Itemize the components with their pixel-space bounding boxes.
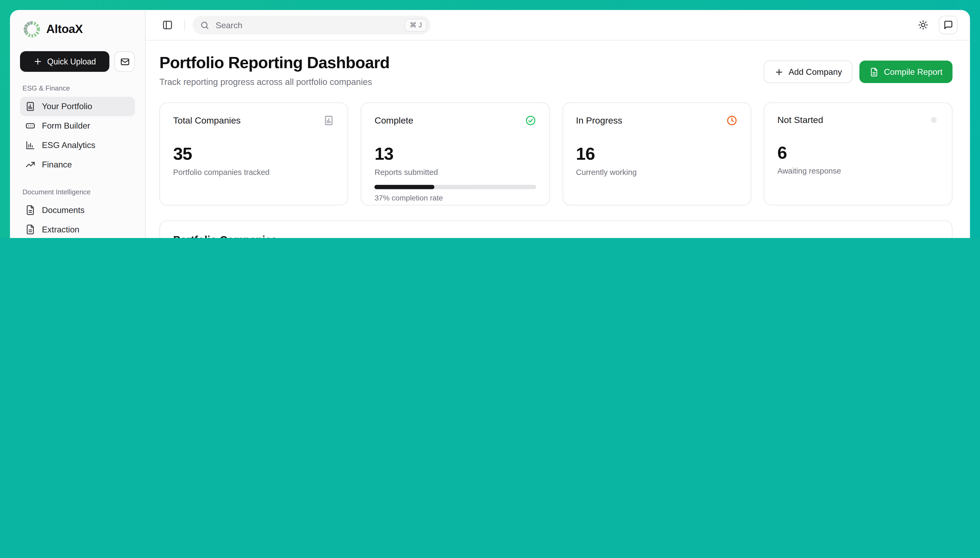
sidebar-item-finance[interactable]: Finance (20, 155, 135, 174)
stat-value: 13 (375, 144, 536, 164)
stat-title: Not Started (777, 115, 823, 125)
quick-upload-button[interactable]: Quick Upload (20, 51, 109, 72)
completion-progress-bar (375, 185, 536, 189)
mail-icon (120, 56, 130, 67)
add-company-button[interactable]: Add Company (764, 61, 853, 83)
divider (184, 20, 185, 31)
sidebar-item-your-portfolio[interactable]: Your Portfolio (20, 97, 135, 117)
trending-up-icon (25, 159, 36, 170)
sidebar-item-documents[interactable]: Documents (20, 200, 135, 220)
search-icon (200, 20, 209, 30)
sidebar-toggle-button[interactable] (158, 16, 177, 34)
stat-subtitle: Awaiting response (777, 167, 939, 176)
theme-toggle-button[interactable] (914, 16, 932, 34)
stat-title: Complete (375, 115, 413, 126)
sidebar-nav: ESG & Finance Your Portfolio Form Builde… (20, 84, 135, 238)
nav-group: Document Intelligence Documents Extracti… (20, 188, 135, 238)
stat-subtitle: Currently working (576, 168, 738, 177)
sidebar-item-esg-analytics[interactable]: ESG Analytics (20, 136, 135, 155)
brand: AltoaX (20, 19, 135, 40)
sidebar-item-extraction[interactable]: Extraction (20, 220, 135, 238)
app-window: AltoaX Quick Upload ESG & Finance Your P… (10, 10, 970, 238)
nav-item-label: Extraction (42, 225, 79, 234)
search-shortcut-badge: ⌘ J (405, 18, 427, 31)
stat-value: 35 (173, 144, 335, 164)
stats-row: Total Companies 35 Portfolio companies t… (159, 102, 952, 205)
plus-icon (774, 67, 783, 76)
add-company-label: Add Company (789, 67, 842, 76)
stat-card-complete: Complete 13 Reports submitted 37% comple… (361, 102, 550, 205)
sidebar-mail-button[interactable] (114, 51, 135, 72)
nav-group-label: ESG & Finance (20, 84, 135, 92)
nav-item-label: Finance (42, 160, 72, 169)
sidebar-item-form-builder[interactable]: Form Builder (20, 116, 135, 136)
nav-group: ESG & Finance Your Portfolio Form Builde… (20, 84, 135, 174)
quick-upload-label: Quick Upload (47, 57, 96, 66)
message-square-icon (943, 20, 954, 30)
altoax-logo-icon (22, 20, 41, 39)
file-text-icon (870, 67, 879, 76)
building-icon (323, 115, 334, 126)
page-subtitle: Track reporting progress across all port… (159, 77, 390, 87)
stat-subtitle: Reports submitted (375, 168, 536, 177)
file-text-icon (25, 224, 36, 235)
chart-column-icon (25, 140, 36, 150)
nav-item-label: ESG Analytics (42, 141, 96, 150)
clock-icon (726, 115, 737, 126)
content: Portfolio Reporting Dashboard Track repo… (146, 41, 970, 238)
stat-title: In Progress (576, 115, 623, 126)
topbar: ⌘ J (146, 10, 970, 41)
sun-icon (917, 20, 929, 31)
nav-item-label: Documents (42, 205, 84, 215)
file-text-icon (25, 205, 36, 215)
stat-card-total-companies: Total Companies 35 Portfolio companies t… (159, 102, 348, 205)
search-input[interactable] (214, 20, 400, 30)
portfolio-companies-card: Portfolio Companies Manage reporting sub… (159, 220, 952, 238)
stat-card-not-started: Not Started 6 Awaiting response (764, 102, 952, 205)
sidebar: AltoaX Quick Upload ESG & Finance Your P… (10, 10, 146, 238)
nav-group-label: Document Intelligence (20, 188, 135, 195)
stat-subtitle: Portfolio companies tracked (173, 168, 335, 177)
compile-report-button[interactable]: Compile Report (860, 61, 952, 83)
form-input-icon (25, 121, 36, 131)
stat-value: 6 (777, 143, 939, 163)
dot-icon (929, 115, 939, 125)
check-circle-icon (525, 115, 536, 126)
plus-icon (33, 57, 43, 66)
nav-item-label: Your Portfolio (42, 102, 92, 111)
panel-left-icon (162, 20, 173, 31)
nav-item-label: Form Builder (42, 121, 90, 130)
stat-value: 16 (576, 144, 738, 164)
chat-button[interactable] (939, 16, 957, 34)
completion-rate-label: 37% completion rate (375, 194, 536, 202)
page-title: Portfolio Reporting Dashboard (159, 53, 390, 72)
section-title: Portfolio Companies (173, 234, 939, 238)
stat-title: Total Companies (173, 115, 240, 126)
search-bar[interactable]: ⌘ J (193, 16, 431, 34)
stat-card-in-progress: In Progress 16 Currently working (562, 102, 751, 205)
compile-report-label: Compile Report (884, 67, 942, 76)
teal-frame: AltoaX Quick Upload ESG & Finance Your P… (0, 0, 980, 238)
building-icon (25, 101, 36, 112)
brand-name: AltoaX (46, 22, 83, 36)
